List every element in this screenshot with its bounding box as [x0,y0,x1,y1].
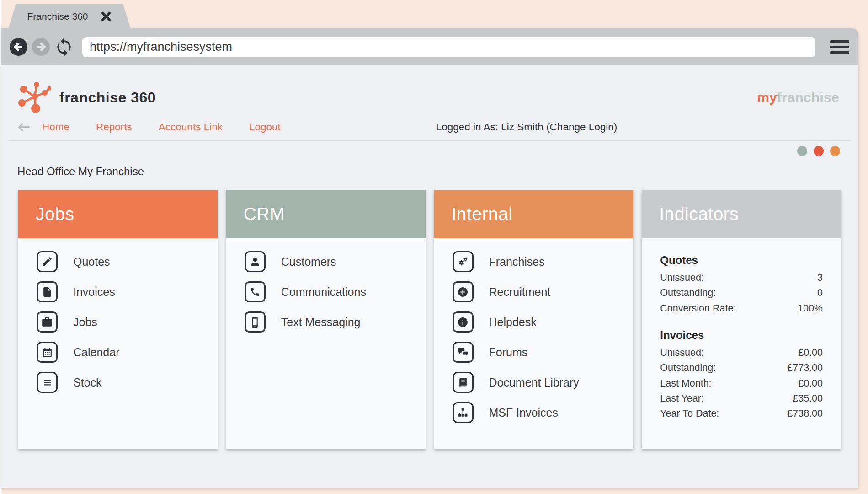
menu-item-helpdesk[interactable]: Helpdesk [453,311,625,333]
cogs-icon [453,251,474,272]
sage-dot [797,146,807,156]
back-button[interactable] [9,38,28,56]
indicator-value: 3 [817,270,823,285]
plus-circle-icon [453,281,474,302]
indicator-label: Last Month: [660,376,711,391]
nav-reports[interactable]: Reports [96,121,132,133]
book-icon [453,372,474,393]
info-circle-icon [453,311,474,333]
header-divider [9,140,851,141]
card-jobs: Jobs Quotes Invoices [18,190,218,449]
indicator-row: Outstanding: 0 [660,285,823,301]
menu-label: Quotes [73,255,110,268]
menu-item-quotes[interactable]: Quotes [37,251,209,272]
indicator-value: 0 [817,285,823,301]
page-content: franchise 360 myfranchise Home Reports A… [1,65,858,488]
indicator-value: £35.00 [793,391,823,406]
card-internal: Internal [434,190,634,449]
card-crm: CRM Customers Communications [226,190,426,449]
menu-label: Stock [73,376,102,389]
menu-label: Franchises [489,255,545,268]
indicator-value: £0.00 [798,376,823,391]
indicator-row: Conversion Rate: 100% [660,301,823,316]
indicators-quotes-section: Quotes Unissued: 3 Outstanding: 0 Conver… [660,254,823,316]
menu-item-customers[interactable]: Customers [245,251,417,272]
indicator-row: Last Year: £35.00 [660,391,823,406]
menu-label: Document Library [489,376,579,389]
menu-label: Recruitment [489,285,551,299]
indicator-row: Year To Date: £738.00 [660,406,823,421]
menu-item-franchises[interactable]: Franchises [453,251,625,272]
indicator-row: Last Month: £0.00 [660,376,823,391]
menu-label: MSF Invoices [489,406,558,419]
menu-item-invoices[interactable]: Invoices [37,281,209,302]
page-title: Head Office My Franchise [17,165,858,178]
nav-back-arrow-icon[interactable] [17,122,31,132]
menu-label: Communications [281,285,366,299]
close-tab-icon[interactable] [100,11,112,22]
menu-item-forums[interactable]: Forums [453,342,625,363]
comments-icon [453,342,474,363]
indicator-label: Outstanding: [660,285,716,301]
indicator-label: Unissued: [660,345,704,360]
franchise360-logo-icon [16,79,51,116]
url-bar[interactable] [82,37,815,57]
menu-icon[interactable] [830,40,849,54]
card-indicators-header: Indicators [642,190,841,238]
red-dot [814,146,824,156]
app-header: franchise 360 myfranchise [16,79,839,116]
menu-label: Forums [489,346,528,359]
nav-accounts-link[interactable]: Accounts Link [159,121,223,133]
refresh-icon[interactable] [54,37,74,57]
indicator-label: Outstanding: [660,360,716,376]
wordmark-franchise: franchise [777,90,839,105]
menu-item-communications[interactable]: Communications [245,281,417,302]
browser-tab[interactable]: Franchise 360 [8,4,131,29]
menu-item-document-library[interactable]: Document Library [453,372,625,393]
phone-icon [245,281,266,302]
browser-toolbar [1,28,858,65]
browser-window: franchise 360 myfranchise Home Reports A… [1,28,858,488]
menu-item-msf-invoices[interactable]: MSF Invoices [453,402,625,423]
card-crm-header: CRM [226,190,426,238]
tab-title: Franchise 360 [27,11,88,22]
pencil-square-icon [37,251,58,272]
nav-logout[interactable]: Logout [249,121,281,133]
menu-item-jobs[interactable]: Jobs [37,311,209,333]
card-internal-header: Internal [434,190,634,238]
file-icon [37,281,58,302]
status-dots [1,146,840,156]
user-icon [245,251,266,272]
card-jobs-header: Jobs [18,190,218,238]
mobile-icon [245,311,266,333]
menu-item-stock[interactable]: Stock [37,372,209,393]
brand-name: franchise 360 [59,89,156,106]
forward-button[interactable] [32,38,50,56]
indicator-value: £738.00 [787,406,823,421]
calendar-icon [37,342,58,363]
indicator-value: £773.00 [787,360,823,376]
indicators-invoices-section: Invoices Unissued: £0.00 Outstanding: £7… [660,329,823,422]
wordmark-my: my [757,90,777,105]
logged-in-status[interactable]: Logged in As: Liz Smith (Change Login) [436,121,618,133]
myfranchise-wordmark: myfranchise [757,90,839,105]
indicator-label: Year To Date: [660,406,719,421]
menu-item-text-messaging[interactable]: Text Messaging [245,311,417,333]
menu-item-recruitment[interactable]: Recruitment [453,281,625,302]
indicator-label: Conversion Rate: [660,301,736,316]
menu-item-calendar[interactable]: Calendar [37,342,209,363]
indicator-row: Outstanding: £773.00 [660,360,823,376]
main-nav: Home Reports Accounts Link Logout Logged… [17,121,858,133]
indicator-row: Unissued: £0.00 [660,345,823,360]
menu-label: Customers [281,255,336,268]
nav-home[interactable]: Home [42,121,69,133]
indicator-value: £0.00 [798,345,823,360]
menu-label: Text Messaging [281,316,361,329]
menu-label: Helpdesk [489,316,537,329]
section-title: Quotes [660,254,823,267]
list-icon [37,372,58,393]
indicator-value: 100% [798,301,823,316]
sitemap-icon [453,402,474,423]
orange-dot [830,146,840,156]
menu-label: Invoices [73,285,115,299]
